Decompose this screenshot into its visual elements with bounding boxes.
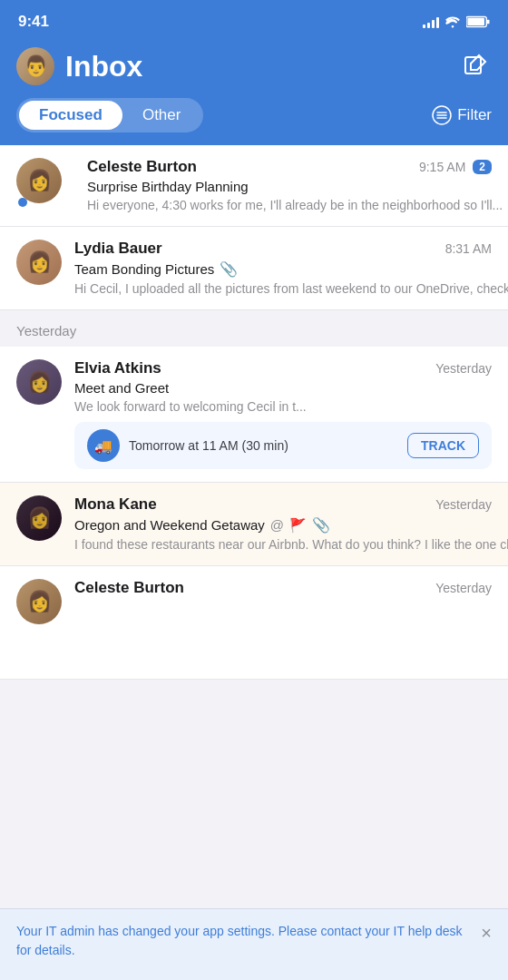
email-header-row: Mona Kane Yesterday (74, 495, 492, 514)
unread-badge: 2 (473, 160, 492, 174)
email-content: Elvia Atkins Yesterday Meet and Greet We… (74, 359, 492, 469)
signal-icon (423, 15, 439, 28)
status-icons (423, 15, 490, 28)
email-subject: Oregon and Weekend Getaway (74, 517, 265, 533)
email-time: 9:15 AM (419, 160, 465, 174)
notification-close-button[interactable]: × (481, 924, 492, 942)
email-sender: Mona Kane (74, 495, 157, 514)
email-sender: Celeste Burton (87, 158, 197, 176)
svg-rect-1 (487, 20, 490, 24)
email-header-row: Celeste Burton 9:15 AM 2 (87, 158, 492, 176)
inbox-header: 👨 Inbox (0, 40, 508, 98)
compose-button[interactable] (459, 49, 492, 84)
email-subject-row: Meet and Greet (74, 380, 492, 396)
track-button[interactable]: TRACK (407, 433, 479, 458)
filter-label: Filter (457, 106, 492, 124)
avatar: 👩 (16, 579, 62, 624)
tab-focused[interactable]: Focused (19, 101, 122, 130)
tracking-card: 🚚 Tomorrow at 11 AM (30 min) TRACK (74, 422, 492, 469)
email-preview: Hi Cecil, I uploaded all the pictures fr… (74, 281, 508, 296)
status-bar: 9:41 (0, 0, 508, 40)
wifi-icon (444, 15, 461, 28)
tabs-bar: Focused Other Filter (0, 98, 508, 145)
user-avatar[interactable]: 👨 (16, 47, 54, 85)
unread-indicator (18, 198, 27, 207)
truck-icon: 🚚 (94, 437, 112, 455)
header-left: 👨 Inbox (16, 47, 142, 85)
email-list-today: 👩 Celeste Burton 9:15 AM 2 Surprise Birt… (0, 145, 508, 310)
email-item[interactable]: 👩 Elvia Atkins Yesterday Meet and Greet … (0, 347, 508, 483)
email-subject-row: Surprise Birthday Planning (87, 179, 492, 194)
svg-rect-2 (467, 18, 484, 25)
filter-icon (432, 105, 452, 125)
tracking-left: 🚚 Tomorrow at 11 AM (30 min) (87, 429, 288, 462)
email-header-row: Elvia Atkins Yesterday (74, 359, 492, 377)
svg-rect-3 (465, 57, 481, 74)
email-subject-row: Team Bonding Pictures 📎 (74, 260, 492, 278)
email-list-yesterday: 👩 Elvia Atkins Yesterday Meet and Greet … (0, 347, 508, 680)
email-subject: Meet and Greet (74, 380, 169, 396)
attachment-icon: 📎 (220, 260, 238, 278)
section-header-yesterday: Yesterday (0, 310, 508, 347)
compose-icon (463, 53, 488, 78)
avatar: 👩 (16, 359, 62, 405)
email-content: Lydia Bauer 8:31 AM Team Bonding Picture… (74, 240, 492, 297)
email-content: Mona Kane Yesterday Oregon and Weekend G… (74, 495, 492, 553)
email-time: Yesterday (435, 497, 492, 512)
email-item[interactable]: 👩 Celeste Burton 9:15 AM 2 Surprise Birt… (0, 145, 508, 227)
email-preview: I found these restaurants near our Airbn… (74, 537, 508, 552)
mention-icon: @ (270, 517, 284, 533)
filter-button[interactable]: Filter (432, 105, 492, 125)
section-label: Yesterday (16, 323, 76, 338)
page-title: Inbox (65, 50, 142, 83)
email-preview: We look forward to welcoming Cecil in t.… (74, 399, 307, 414)
user-avatar-face: 👨 (16, 47, 54, 85)
email-content: Celeste Burton 9:15 AM 2 Surprise Birthd… (87, 158, 492, 213)
avatar: 👩 (16, 240, 62, 285)
email-item[interactable]: 👩 Mona Kane Yesterday Oregon and Weekend… (0, 483, 508, 566)
email-header-row: Celeste Burton Yesterday (74, 579, 492, 597)
avatar: 👩 (16, 158, 62, 203)
email-time: Yesterday (435, 581, 492, 595)
email-preview: Hi everyone, 4:30 works for me, I'll alr… (87, 198, 503, 212)
notification-text: Your IT admin has changed your app setti… (16, 922, 472, 960)
truck-circle: 🚚 (87, 429, 120, 462)
email-sender: Lydia Bauer (74, 240, 162, 258)
email-sender: Celeste Burton (74, 579, 184, 597)
attachment-icon: 📎 (312, 516, 330, 534)
flag-icon: 🚩 (289, 517, 307, 534)
email-content: Celeste Burton Yesterday (74, 579, 492, 600)
email-time: Yesterday (435, 361, 492, 376)
avatar: 👩 (16, 495, 62, 541)
email-item[interactable]: 👩 Lydia Bauer 8:31 AM Team Bonding Pictu… (0, 227, 508, 310)
email-item[interactable]: 👩 Celeste Burton Yesterday (0, 566, 508, 680)
email-header-row: Lydia Bauer 8:31 AM (74, 240, 492, 258)
tracking-text: Tomorrow at 11 AM (30 min) (129, 438, 288, 453)
email-sender: Elvia Atkins (74, 359, 161, 377)
tab-other[interactable]: Other (122, 101, 201, 130)
email-subject-row: Oregon and Weekend Getaway @ 🚩 📎 (74, 516, 492, 534)
focused-other-tabs: Focused Other (16, 98, 203, 132)
email-subject: Surprise Birthday Planning (87, 179, 249, 194)
email-subject: Team Bonding Pictures (74, 261, 214, 277)
notification-banner: Your IT admin has changed your app setti… (0, 908, 508, 980)
battery-icon (466, 15, 490, 28)
status-time: 9:41 (18, 13, 49, 31)
email-time: 8:31 AM (445, 241, 492, 256)
